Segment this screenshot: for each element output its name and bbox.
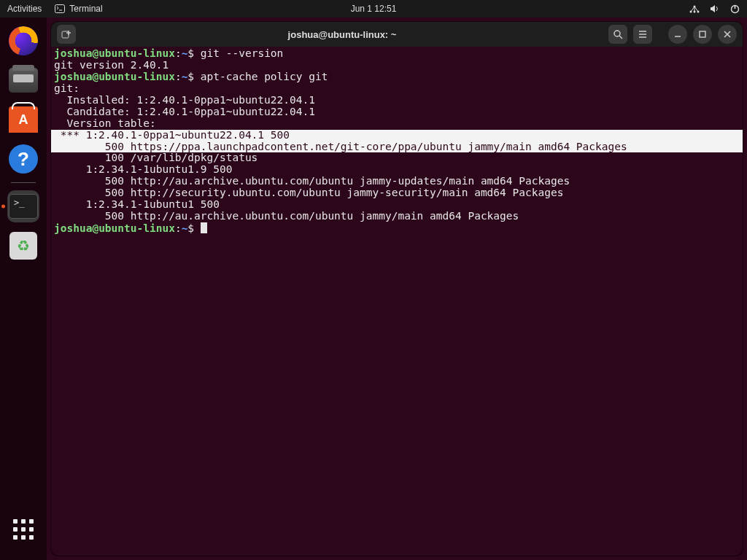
terminal-output-line: 100 /var/lib/dpkg/status — [54, 152, 740, 164]
terminal-output-line: git version 2.40.1 — [54, 60, 740, 71]
minimize-icon — [673, 30, 682, 39]
clock[interactable]: Jun 1 12:51 — [351, 4, 397, 14]
terminal-output-line: 1:2.34.1-1ubuntu1 500 — [54, 199, 740, 211]
terminal-output-line: 500 http://au.archive.ubuntu.com/ubuntu … — [54, 211, 740, 222]
help-icon: ? — [9, 144, 38, 174]
terminal-output-line: git: — [54, 83, 740, 95]
terminal-body[interactable]: joshua@ubuntu-linux:~$ git --versiongit … — [51, 47, 743, 556]
dock-icon-terminal[interactable] — [7, 190, 39, 222]
svg-rect-17 — [700, 31, 705, 37]
close-button[interactable] — [718, 25, 737, 44]
terminal-output-line: Candidate: 1:2.40.1-0ppa1~ubuntu22.04.1 — [54, 106, 740, 118]
maximize-icon — [698, 30, 707, 39]
software-icon — [9, 106, 38, 133]
search-button[interactable] — [608, 25, 627, 44]
show-applications-button[interactable] — [7, 513, 39, 545]
firefox-icon — [9, 26, 38, 55]
dock: ? ♻ — [0, 18, 47, 560]
terminal-output-line: Version table: — [54, 118, 740, 130]
volume-icon[interactable] — [710, 4, 720, 13]
svg-line-12 — [619, 36, 622, 39]
dock-separator — [11, 182, 36, 183]
window-titlebar[interactable]: joshua@ubuntu-linux: ~ — [51, 22, 743, 47]
network-icon[interactable] — [689, 4, 700, 13]
dock-icon-files[interactable] — [7, 64, 39, 96]
active-app-indicator[interactable]: Terminal — [55, 4, 102, 14]
terminal-output-line: 1:2.34.1-1ubuntu1.9 500 — [54, 164, 740, 176]
close-icon — [723, 30, 732, 39]
svg-rect-0 — [55, 5, 65, 13]
minimize-button[interactable] — [668, 25, 687, 44]
window-title: joshua@ubuntu-linux: ~ — [82, 29, 603, 40]
dock-icon-firefox[interactable] — [7, 25, 39, 57]
terminal-output-line: 500 http://au.archive.ubuntu.com/ubuntu … — [54, 176, 740, 187]
svg-point-11 — [614, 31, 620, 36]
terminal-prompt-line: joshua@ubuntu-linux:~$ git --version — [54, 48, 740, 60]
power-icon[interactable] — [730, 4, 740, 14]
hamburger-icon — [638, 29, 648, 39]
dock-icon-software[interactable] — [7, 104, 39, 136]
terminal-output-line: Installed: 1:2.40.1-0ppa1~ubuntu22.04.1 — [54, 95, 740, 106]
new-tab-button[interactable] — [57, 25, 76, 44]
terminal-output-line-highlighted: *** 1:2.40.1-0ppa1~ubuntu22.04.1 500 — [51, 130, 743, 141]
gnome-top-bar: Activities Terminal Jun 1 12:51 — [0, 0, 747, 18]
terminal-window: joshua@ubuntu-linux: ~ joshua@ubuntu-lin… — [51, 22, 743, 556]
terminal-prompt-line: joshua@ubuntu-linux:~$ — [54, 222, 740, 235]
terminal-icon — [9, 194, 38, 219]
trash-icon: ♻ — [9, 232, 37, 260]
dock-icon-trash[interactable]: ♻ — [7, 230, 39, 262]
files-icon — [9, 68, 38, 93]
maximize-button[interactable] — [693, 25, 712, 44]
terminal-output-line: 500 http://security.ubuntu.com/ubuntu ja… — [54, 187, 740, 199]
active-app-label: Terminal — [69, 4, 102, 14]
terminal-prompt-line: joshua@ubuntu-linux:~$ apt-cache policy … — [54, 71, 740, 83]
search-icon — [613, 29, 623, 39]
dock-icon-help[interactable]: ? — [7, 143, 39, 175]
activities-button[interactable]: Activities — [7, 4, 42, 14]
new-tab-icon — [61, 29, 71, 39]
terminal-indicator-icon — [55, 4, 65, 13]
menu-button[interactable] — [633, 25, 652, 44]
terminal-output-line-highlighted: 500 https://ppa.launchpadcontent.net/git… — [51, 141, 743, 153]
